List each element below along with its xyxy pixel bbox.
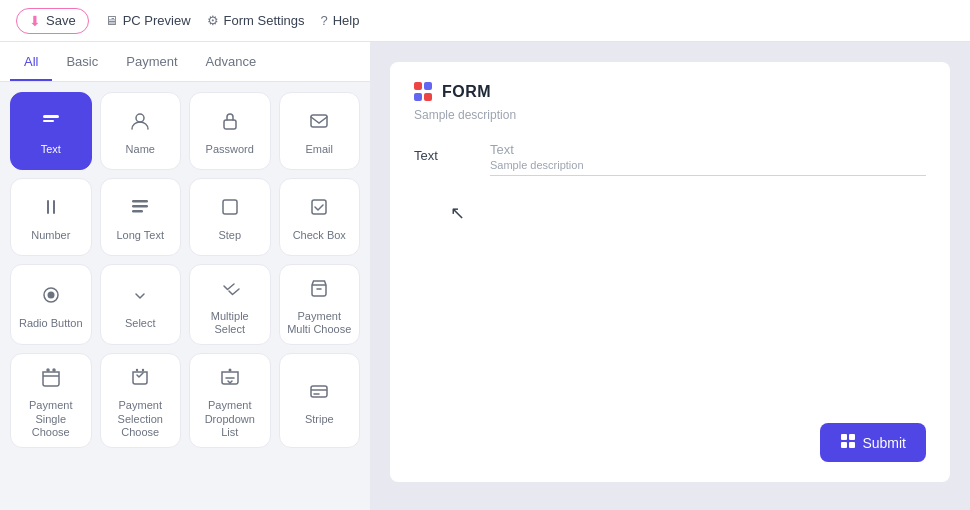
step-widget-icon <box>219 196 241 223</box>
payment-dropdown-list-widget-icon <box>219 366 241 393</box>
help-icon: ? <box>320 13 327 28</box>
stripe-widget-icon <box>308 380 330 407</box>
logo-dot-blue2 <box>414 93 422 101</box>
widget-text[interactable]: Text <box>10 92 92 170</box>
payment-selection-choose-widget-label: Payment Selection Choose <box>107 399 175 439</box>
step-widget-label: Step <box>218 229 241 242</box>
widget-password[interactable]: Password <box>189 92 271 170</box>
svg-rect-7 <box>132 200 148 203</box>
select-widget-icon <box>129 284 151 311</box>
number-widget-label: Number <box>31 229 70 242</box>
form-field-row: Text Text Sample description <box>414 142 926 176</box>
multiple-select-widget-icon <box>219 277 241 304</box>
save-button[interactable]: ⬇ Save <box>16 8 89 34</box>
pc-preview-label: PC Preview <box>123 13 191 28</box>
check-box-widget-icon <box>308 196 330 223</box>
help-button[interactable]: ? Help <box>320 13 359 28</box>
widget-check-box[interactable]: Check Box <box>279 178 361 256</box>
payment-dropdown-list-widget-label: Payment Dropdown List <box>196 399 264 439</box>
svg-rect-8 <box>132 205 148 208</box>
left-panel: All Basic Payment Advance Text Name <box>0 42 370 510</box>
widget-long-text[interactable]: Long Text <box>100 178 182 256</box>
text-widget-label: Text <box>41 143 61 156</box>
svg-rect-27 <box>841 442 847 448</box>
radio-button-widget-label: Radio Button <box>19 317 83 330</box>
multiple-select-widget-label: Multiple Select <box>196 310 264 336</box>
widget-name[interactable]: Name <box>100 92 182 170</box>
tab-payment[interactable]: Payment <box>112 44 191 81</box>
tab-bar: All Basic Payment Advance <box>0 42 370 82</box>
right-panel: FORM Sample description Text Text Sample… <box>370 42 970 510</box>
submit-button[interactable]: Submit <box>820 423 926 462</box>
svg-point-16 <box>47 369 49 371</box>
email-widget-icon <box>308 110 330 137</box>
widget-payment-multi-choose[interactable]: Payment Multi Choose <box>279 264 361 345</box>
form-logo <box>414 82 434 102</box>
cursor-indicator: ↖ <box>450 202 465 224</box>
text-widget-icon <box>40 110 62 137</box>
form-title: FORM <box>442 83 491 101</box>
svg-point-17 <box>53 369 55 371</box>
payment-selection-choose-widget-icon <box>129 366 151 393</box>
toolbar: ⬇ Save 🖥 PC Preview ⚙ Form Settings ? He… <box>0 0 970 42</box>
name-widget-icon <box>129 110 151 137</box>
svg-rect-1 <box>43 120 54 122</box>
number-widget-icon <box>40 196 62 223</box>
svg-point-19 <box>142 369 144 371</box>
svg-point-13 <box>47 291 54 298</box>
logo-dot-blue <box>424 82 432 90</box>
payment-single-choose-widget-icon <box>40 366 62 393</box>
widget-payment-single-choose[interactable]: Payment Single Choose <box>10 353 92 448</box>
svg-rect-10 <box>223 200 237 214</box>
widget-multiple-select[interactable]: Multiple Select <box>189 264 271 345</box>
form-preview: FORM Sample description Text Text Sample… <box>390 62 950 482</box>
email-widget-label: Email <box>305 143 333 156</box>
svg-rect-22 <box>311 386 327 397</box>
payment-single-choose-widget-label: Payment Single Choose <box>17 399 85 439</box>
check-box-widget-label: Check Box <box>293 229 346 242</box>
widget-step[interactable]: Step <box>189 178 271 256</box>
form-field-sub-description: Sample description <box>490 159 926 171</box>
widget-email[interactable]: Email <box>279 92 361 170</box>
widget-select[interactable]: Select <box>100 264 182 345</box>
svg-point-2 <box>136 114 144 122</box>
settings-icon: ⚙ <box>207 13 219 28</box>
monitor-icon: 🖥 <box>105 13 118 28</box>
widget-radio-button[interactable]: Radio Button <box>10 264 92 345</box>
tab-basic[interactable]: Basic <box>52 44 112 81</box>
widget-payment-selection-choose[interactable]: Payment Selection Choose <box>100 353 182 448</box>
payment-multi-choose-widget-label: Payment Multi Choose <box>286 310 354 336</box>
svg-rect-4 <box>311 115 327 127</box>
submit-label: Submit <box>862 435 906 451</box>
long-text-widget-label: Long Text <box>116 229 164 242</box>
svg-point-18 <box>136 369 138 371</box>
widget-number[interactable]: Number <box>10 178 92 256</box>
save-icon: ⬇ <box>29 13 41 29</box>
tab-all[interactable]: All <box>10 44 52 81</box>
widget-stripe[interactable]: Stripe <box>279 353 361 448</box>
stripe-widget-label: Stripe <box>305 413 334 426</box>
pc-preview-button[interactable]: 🖥 PC Preview <box>105 13 191 28</box>
svg-point-20 <box>228 369 231 372</box>
svg-rect-25 <box>841 434 847 440</box>
main-layout: All Basic Payment Advance Text Name <box>0 42 970 510</box>
password-widget-label: Password <box>206 143 254 156</box>
form-settings-button[interactable]: ⚙ Form Settings <box>207 13 305 28</box>
form-header: FORM <box>414 82 926 102</box>
radio-button-widget-icon <box>40 284 62 311</box>
svg-rect-9 <box>132 210 143 213</box>
form-settings-label: Form Settings <box>224 13 305 28</box>
svg-rect-0 <box>43 115 59 118</box>
svg-rect-28 <box>849 442 855 448</box>
tab-advance[interactable]: Advance <box>192 44 271 81</box>
help-label: Help <box>333 13 360 28</box>
form-field-placeholder: Text <box>490 142 926 157</box>
long-text-widget-icon <box>129 196 151 223</box>
password-widget-icon <box>219 110 241 137</box>
form-submit-row: Submit <box>414 393 926 462</box>
widget-payment-dropdown-list[interactable]: Payment Dropdown List <box>189 353 271 448</box>
select-widget-label: Select <box>125 317 156 330</box>
widget-grid: Text Name Password Emai <box>0 82 370 510</box>
logo-dot-red2 <box>424 93 432 101</box>
submit-icon <box>840 433 856 452</box>
